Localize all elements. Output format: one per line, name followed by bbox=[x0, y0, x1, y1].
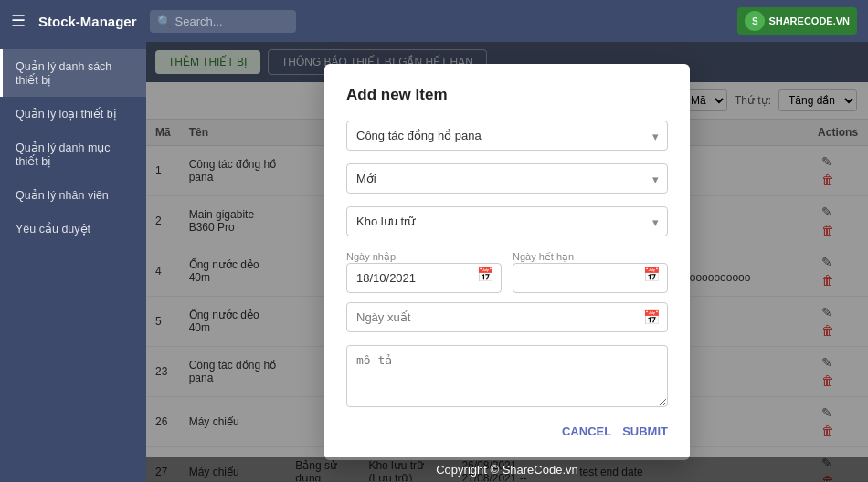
logo-area: S SHARECODE.VN bbox=[737, 7, 857, 35]
device-field: Công tác đồng hồ pana bbox=[346, 120, 668, 151]
add-item-modal: Add new Item Công tác đồng hồ pana Mới bbox=[324, 64, 690, 460]
warehouse-select[interactable]: Kho lưu trữ bbox=[346, 206, 668, 236]
date-expiry-field: Ngày hết hạn 📅 bbox=[513, 249, 668, 293]
device-select-wrap: Công tác đồng hồ pana bbox=[346, 120, 668, 151]
hamburger-icon[interactable]: ☰ bbox=[11, 11, 26, 31]
sidebar-item-yeu-cau[interactable]: Yêu cầu duyệt bbox=[0, 212, 146, 246]
sidebar-label: Quản lý loại thiết bị bbox=[16, 108, 117, 120]
warehouse-select-wrap: Kho lưu trữ bbox=[346, 206, 668, 236]
warehouse-field: Kho lưu trữ bbox=[346, 206, 668, 236]
submit-button[interactable]: SUBMIT bbox=[622, 424, 668, 438]
status-select-wrap: Mới bbox=[346, 163, 668, 194]
date-export-field: 📅 bbox=[346, 302, 668, 332]
sidebar-item-danh-sach[interactable]: Quản lý danh sách thiết bị bbox=[0, 49, 146, 97]
sidebar-label: Quản lý danh sách thiết bị bbox=[16, 60, 111, 87]
sidebar-label: Quản lý nhân viên bbox=[16, 189, 109, 202]
watermark: Copyright © ShareCode.vn bbox=[146, 457, 868, 482]
main-content: THÊM THIẾT BỊ THÔNG BÁO THIẾT BỊ GẦN HẾT… bbox=[146, 42, 868, 482]
main-layout: Quản lý danh sách thiết bị Quản lý loại … bbox=[0, 42, 868, 482]
logo-badge: S SHARECODE.VN bbox=[737, 7, 857, 35]
modal-actions: CANCEL SUBMIT bbox=[346, 424, 668, 438]
date-input[interactable] bbox=[346, 263, 502, 293]
modal-title: Add new Item bbox=[346, 86, 668, 104]
logo-icon: S bbox=[745, 11, 765, 31]
date-expiry-label: Ngày hết hạn bbox=[513, 251, 574, 262]
logo-text: SHARECODE.VN bbox=[768, 16, 850, 26]
search-wrapper: 🔍 bbox=[150, 10, 296, 33]
sidebar: Quản lý danh sách thiết bị Quản lý loại … bbox=[0, 42, 146, 482]
date-row-1: Ngày nhập 📅 Ngày hết hạn 📅 bbox=[346, 249, 668, 293]
status-select[interactable]: Mới bbox=[346, 163, 668, 194]
date-export-wrap: 📅 bbox=[346, 302, 668, 332]
search-input[interactable] bbox=[150, 10, 296, 33]
sidebar-label: Yêu cầu duyệt bbox=[16, 223, 90, 236]
sidebar-item-nhan-vien[interactable]: Quản lý nhân viên bbox=[0, 178, 146, 212]
top-navigation: ☰ Stock-Manager 🔍 S SHARECODE.VN bbox=[0, 0, 868, 42]
date-input-field: Ngày nhập 📅 bbox=[346, 249, 502, 293]
cancel-button[interactable]: CANCEL bbox=[562, 424, 611, 438]
sidebar-item-loai[interactable]: Quản lý loại thiết bị bbox=[0, 97, 146, 131]
device-select[interactable]: Công tác đồng hồ pana bbox=[346, 120, 668, 151]
description-field bbox=[346, 345, 668, 410]
date-expiry[interactable] bbox=[513, 263, 668, 293]
search-icon: 🔍 bbox=[157, 15, 172, 28]
description-textarea[interactable] bbox=[346, 345, 668, 407]
date-export-input[interactable] bbox=[346, 302, 668, 332]
app-title: Stock-Manager bbox=[38, 14, 137, 29]
sidebar-label: Quản lý danh mục thiết bị bbox=[16, 141, 111, 168]
date-input-label: Ngày nhập bbox=[346, 251, 396, 262]
status-field: Mới bbox=[346, 163, 668, 194]
modal-overlay: Add new Item Công tác đồng hồ pana Mới bbox=[146, 42, 868, 482]
sidebar-item-danh-muc[interactable]: Quản lý danh mục thiết bị bbox=[0, 131, 146, 178]
